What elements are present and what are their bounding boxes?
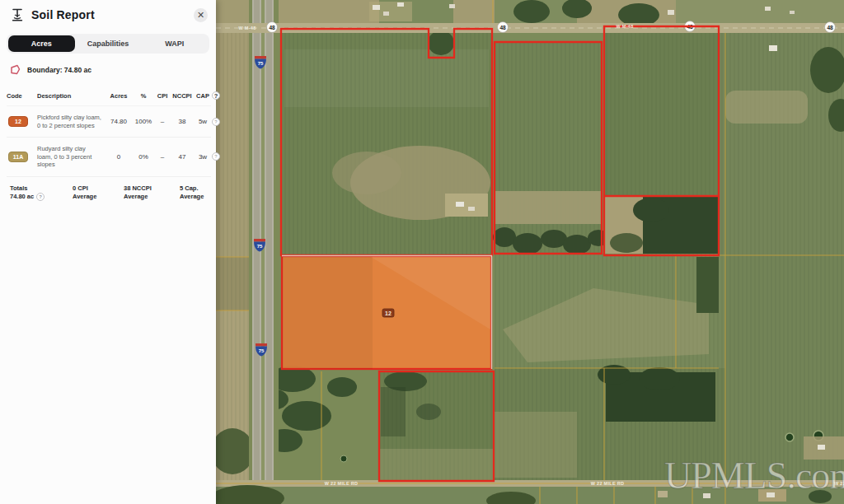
totals-nccpi: 38 NCCPI Average [124, 184, 178, 201]
interstate-highway [249, 0, 279, 504]
header-cpi: CPI [155, 92, 170, 100]
close-button[interactable]: ✕ [194, 8, 208, 22]
header-percent: % [133, 92, 154, 100]
route-48-shield: 48 [498, 22, 509, 33]
soil-auger-icon [10, 7, 25, 22]
table-header-row: Code Description Acres % CPI NCCPI CAP ? [7, 86, 211, 106]
totals-row: Totals 74.80 ac ? 0 CPI Average 38 NCCPI… [7, 177, 211, 201]
cell-cpi: – [155, 153, 170, 161]
soil-description: Rudyard silty clay loam, 0 to 3 percent … [37, 145, 105, 169]
tab-capabilities[interactable]: Capabilities [75, 35, 142, 52]
road-label-22-mile: W 22 MILE RD [591, 481, 625, 486]
cell-cpi: – [155, 118, 170, 125]
soil-report-panel: Soil Report ✕ Acres Capabilities WAPI Bo… [0, 0, 216, 504]
svg-text:75: 75 [259, 348, 265, 353]
totals-cap: 5 Cap. Average [180, 184, 224, 201]
help-icon[interactable]: ? [212, 91, 220, 100]
table-row[interactable]: 12 Pickford silty clay loam, 0 to 2 perc… [7, 106, 211, 138]
watermark: UPMLS.com [664, 455, 844, 497]
header-description: Description [37, 92, 105, 100]
header-cap: CAP [195, 92, 211, 100]
cell-acres: 0 [106, 153, 132, 161]
tab-bar: Acres Capabilities WAPI [7, 34, 209, 54]
soil-code-badge: 12 [8, 116, 28, 127]
totals-acres: Totals 74.80 ac ? [10, 184, 71, 201]
soil-code-badge-label: 12 [385, 310, 392, 316]
cell-cap: 5w [195, 118, 211, 125]
tab-acres[interactable]: Acres [8, 35, 75, 52]
route-48-shield: 48 [825, 22, 836, 33]
cell-cap: 3w [195, 153, 211, 161]
soil-description: Pickford silty clay loam, 0 to 2 percent… [37, 114, 105, 129]
cell-percent: 100% [133, 118, 154, 125]
panel-header: Soil Report ✕ [0, 0, 216, 27]
cell-percent: 0% [133, 153, 154, 161]
road-label-22-mile: W 22 MILE RD [325, 481, 359, 486]
svg-text:48: 48 [269, 25, 275, 30]
road-label-m48: W M-48 [238, 26, 256, 30]
header-acres: Acres [106, 92, 132, 100]
help-icon[interactable]: ? [36, 193, 45, 201]
table-row[interactable]: 11A Rudyard silty clay loam, 0 to 3 perc… [7, 138, 211, 177]
page-title: Soil Report [31, 8, 194, 21]
svg-text:75: 75 [258, 61, 264, 66]
road-label-m48: W M-48 [616, 24, 633, 29]
cell-nccpi: 38 [171, 118, 194, 125]
header-nccpi: NCCPI [171, 92, 194, 100]
svg-text:48: 48 [499, 25, 506, 30]
selected-soil-polygon[interactable]: 12 [282, 256, 492, 370]
svg-text:75: 75 [257, 244, 263, 249]
header-code: Code [7, 92, 36, 100]
soil-table: Code Description Acres % CPI NCCPI CAP ?… [0, 83, 216, 201]
svg-text:48: 48 [827, 25, 833, 30]
boundary-polygon-icon [10, 64, 21, 75]
close-icon: ✕ [197, 9, 204, 21]
soil-code-badge: 11A [8, 152, 28, 162]
tab-wapi[interactable]: WAPI [141, 35, 208, 52]
cell-acres: 74.80 [106, 118, 132, 125]
boundary-summary: Boundary: 74.80 ac [0, 54, 216, 83]
totals-cpi: 0 CPI Average [73, 184, 122, 201]
boundary-acreage-label: Boundary: 74.80 ac [27, 66, 91, 74]
cell-nccpi: 47 [171, 153, 194, 161]
help-icon[interactable]: ? [212, 118, 220, 126]
route-48-shield: 48 [267, 22, 278, 33]
